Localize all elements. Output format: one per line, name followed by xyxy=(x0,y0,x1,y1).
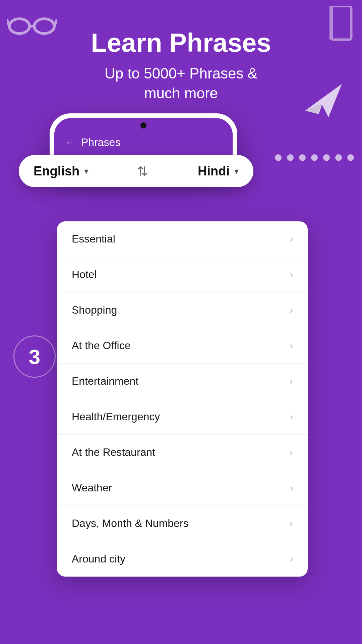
chevron-icon: › xyxy=(290,518,293,529)
phone-screen-title: Phrases xyxy=(81,136,120,149)
list-item[interactable]: Around city › xyxy=(57,541,308,577)
from-language-option[interactable]: English ▾ xyxy=(34,164,88,178)
list-item-label-essential: Essential xyxy=(72,233,115,245)
list-item-label-office: At the Office xyxy=(72,339,131,352)
chevron-icon: › xyxy=(290,412,293,422)
to-language-label: Hindi xyxy=(198,164,230,178)
list-item-label-weather: Weather xyxy=(72,482,112,494)
step-number: 3 xyxy=(29,345,40,369)
list-item[interactable]: At the Restaurant › xyxy=(57,435,308,470)
from-language-label: English xyxy=(34,164,79,178)
to-language-dropdown-icon[interactable]: ▾ xyxy=(234,166,239,176)
menu-list-panel: Essential › Hotel › Shopping › At the Of… xyxy=(57,221,308,577)
chevron-icon: › xyxy=(290,340,293,351)
header-section: Learn Phrases Up to 5000+ Phrases & much… xyxy=(0,29,362,103)
list-item-label-entertainment: Entertainment xyxy=(72,375,138,387)
camera-dot xyxy=(140,122,146,128)
list-item[interactable]: Shopping › xyxy=(57,292,308,328)
chevron-icon: › xyxy=(290,376,293,387)
chevron-icon: › xyxy=(290,554,293,565)
list-item-label-hotel: Hotel xyxy=(72,268,97,281)
list-item[interactable]: Weather › xyxy=(57,470,308,506)
dots-indicator xyxy=(275,154,362,161)
chevron-icon: › xyxy=(290,305,293,316)
list-item[interactable]: Entertainment › xyxy=(57,364,308,399)
header-title: Learn Phrases xyxy=(0,29,362,57)
chevron-icon: › xyxy=(290,234,293,245)
chevron-icon: › xyxy=(290,483,293,493)
list-item[interactable]: Health/Emergency › xyxy=(57,399,308,435)
list-item[interactable]: Hotel › xyxy=(57,257,308,292)
swap-icon[interactable]: ⇄ xyxy=(136,166,150,176)
chevron-icon: › xyxy=(290,447,293,458)
to-language-option[interactable]: Hindi ▾ xyxy=(198,164,239,178)
chevron-icon: › xyxy=(290,269,293,280)
from-language-dropdown-icon[interactable]: ▾ xyxy=(84,166,88,176)
svg-line-4 xyxy=(54,19,57,26)
list-item-label-shopping: Shopping xyxy=(72,304,117,316)
list-item-label-city: Around city xyxy=(72,553,125,565)
list-item-label-days: Days, Month & Numbers xyxy=(72,517,189,530)
language-selector: English ▾ ⇄ Hindi ▾ xyxy=(19,155,253,187)
back-arrow-icon[interactable]: ← xyxy=(65,137,75,148)
list-item[interactable]: At the Office › xyxy=(57,328,308,364)
list-item[interactable]: Days, Month & Numbers › xyxy=(57,506,308,541)
list-item-label-restaurant: At the Restaurant xyxy=(72,446,155,459)
step-badge: 3 xyxy=(13,335,56,378)
svg-line-3 xyxy=(7,19,9,26)
list-item[interactable]: Essential › xyxy=(57,221,308,257)
list-item-label-health: Health/Emergency xyxy=(72,411,160,423)
header-subtitle: Up to 5000+ Phrases & much more xyxy=(0,63,362,103)
